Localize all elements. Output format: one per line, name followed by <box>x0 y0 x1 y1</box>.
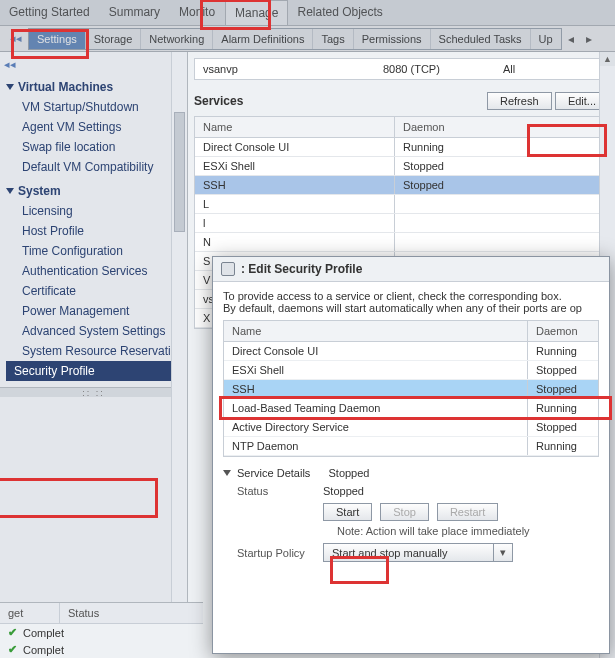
task-row[interactable]: ✔ Complet <box>0 641 203 658</box>
startup-policy-label: Startup Policy <box>223 547 323 559</box>
chevron-down-icon <box>6 188 14 194</box>
scroll-up-icon[interactable]: ▲ <box>600 52 615 66</box>
table-row[interactable]: N <box>195 233 608 252</box>
table-row[interactable]: Load-Based Teaming DaemonRunning <box>224 399 598 418</box>
sidebar-header-virtual-machines[interactable]: Virtual Machines <box>6 77 187 97</box>
tab-getting-started[interactable]: Getting Started <box>0 0 100 25</box>
chevron-down-icon <box>223 470 231 476</box>
table-row[interactable]: ESXi ShellStopped <box>224 361 598 380</box>
top-nav: Getting Started Summary Monito Manage Re… <box>0 0 615 26</box>
dialog-services-table: Name Daemon Direct Console UIRunning ESX… <box>223 320 599 457</box>
sidebar-item-vm-startup[interactable]: VM Startup/Shutdown <box>6 97 187 117</box>
tasks-header: get Status <box>0 603 203 624</box>
dialog-title: : Edit Security Profile <box>241 262 362 276</box>
task-status: Complet <box>23 644 64 656</box>
col-daemon[interactable]: Daemon <box>528 321 598 341</box>
col-target[interactable]: get <box>0 603 60 623</box>
sidebar-header-label: System <box>18 184 61 198</box>
col-name[interactable]: Name <box>224 321 528 341</box>
table-row-ssh[interactable]: SSHStopped <box>195 176 608 195</box>
subtab-scheduled-tasks[interactable]: Scheduled Tasks <box>431 29 531 49</box>
table-row[interactable]: l <box>195 214 608 233</box>
sidebar-scrollbar[interactable] <box>171 52 187 658</box>
port-allowed: All <box>495 59 608 79</box>
sidebar-item-adv-system-settings[interactable]: Advanced System Settings <box>6 321 187 341</box>
sidebar-resize-handle[interactable]: :: :: <box>0 387 187 397</box>
table-row[interactable]: Direct Console UIRunning <box>224 342 598 361</box>
start-button[interactable]: Start <box>323 503 372 521</box>
details-header-label: Service Details <box>237 467 310 479</box>
col-name[interactable]: Name <box>195 117 395 137</box>
dialog-titlebar[interactable]: : Edit Security Profile <box>213 257 609 282</box>
sidebar-item-default-vm-compat[interactable]: Default VM Compatibility <box>6 157 187 177</box>
table-row[interactable]: ESXi ShellStopped <box>195 157 608 176</box>
edit-security-profile-dialog: : Edit Security Profile To provide acces… <box>212 256 610 654</box>
sidebar-item-certificate[interactable]: Certificate <box>6 281 187 301</box>
status-label: Status <box>223 485 323 497</box>
sidebar-item-agent-vm[interactable]: Agent VM Settings <box>6 117 187 137</box>
table-row-ssh[interactable]: SSHStopped <box>224 380 598 399</box>
table-header: Name Daemon <box>224 321 598 342</box>
firewall-port-row: vsanvp 8080 (TCP) All <box>194 58 609 80</box>
sidebar-item-security-profile[interactable]: Security Profile <box>6 361 187 381</box>
sub-nav: ◂◂ Settings Storage Networking Alarm Def… <box>0 26 615 52</box>
table-row[interactable]: Direct Console UIRunning <box>195 138 608 157</box>
subtab-tags[interactable]: Tags <box>313 29 353 49</box>
service-details: Service Details Stopped Status Stopped S… <box>223 467 599 562</box>
services-header: Services Refresh Edit... <box>194 92 609 110</box>
scrollbar-thumb[interactable] <box>174 112 185 232</box>
recent-tasks: get Status ✔ Complet ✔ Complet <box>0 602 203 658</box>
tab-manage[interactable]: Manage <box>225 0 288 25</box>
subtab-permissions[interactable]: Permissions <box>354 29 431 49</box>
check-icon: ✔ <box>8 643 17 656</box>
subnav-forward-icon[interactable]: ▸ <box>580 32 598 46</box>
sidebar-group-system: System Licensing Host Profile Time Confi… <box>0 179 187 383</box>
refresh-button[interactable]: Refresh <box>487 92 552 110</box>
subtab-storage[interactable]: Storage <box>86 29 142 49</box>
task-row[interactable]: ✔ Complet <box>0 624 203 641</box>
port-number: 8080 (TCP) <box>375 59 495 79</box>
subnav-tabstrip: Settings Storage Networking Alarm Defini… <box>28 28 562 50</box>
settings-sidebar: ◂◂ Virtual Machines VM Startup/Shutdown … <box>0 52 188 658</box>
table-row[interactable]: Active Directory ServiceStopped <box>224 418 598 437</box>
subtab-networking[interactable]: Networking <box>141 29 213 49</box>
subtab-overflow[interactable]: Up <box>531 29 561 49</box>
port-service-name: vsanvp <box>195 59 375 79</box>
subnav-overflow-arrow[interactable]: ◂ <box>562 32 580 46</box>
subtab-alarm-definitions[interactable]: Alarm Definitions <box>213 29 313 49</box>
stop-button[interactable]: Stop <box>380 503 429 521</box>
sidebar-item-time-config[interactable]: Time Configuration <box>6 241 187 261</box>
sidebar-item-licensing[interactable]: Licensing <box>6 201 187 221</box>
sidebar-item-host-profile[interactable]: Host Profile <box>6 221 187 241</box>
restart-button[interactable]: Restart <box>437 503 498 521</box>
sidebar-header-label: Virtual Machines <box>18 80 113 94</box>
details-header-value: Stopped <box>328 467 369 479</box>
sidebar-item-power-mgmt[interactable]: Power Management <box>6 301 187 321</box>
chevron-down-icon <box>6 84 14 90</box>
table-row[interactable]: NTP DaemonRunning <box>224 437 598 456</box>
sidebar-back-icon[interactable]: ◂◂ <box>0 58 187 75</box>
dialog-intro-1: To provide access to a service or client… <box>223 290 599 302</box>
col-daemon[interactable]: Daemon <box>395 117 608 137</box>
tab-summary[interactable]: Summary <box>100 0 170 25</box>
subnav-back-icon[interactable]: ◂◂ <box>10 32 28 45</box>
sidebar-group-virtual-machines: Virtual Machines VM Startup/Shutdown Age… <box>0 75 187 179</box>
table-row[interactable]: L <box>195 195 608 214</box>
subtab-settings[interactable]: Settings <box>29 29 86 49</box>
chevron-down-icon: ▾ <box>493 544 512 561</box>
sidebar-item-auth-services[interactable]: Authentication Services <box>6 261 187 281</box>
service-details-header[interactable]: Service Details Stopped <box>223 467 599 479</box>
sidebar-header-system[interactable]: System <box>6 181 187 201</box>
check-icon: ✔ <box>8 626 17 639</box>
startup-policy-select[interactable]: Start and stop manually ▾ <box>323 543 513 562</box>
tab-related-objects[interactable]: Related Objects <box>288 0 392 25</box>
task-status: Complet <box>23 627 64 639</box>
status-value: Stopped <box>323 485 599 497</box>
sidebar-item-sys-resource-res[interactable]: System Resource Reservation <box>6 341 187 361</box>
services-title: Services <box>194 94 243 108</box>
col-status[interactable]: Status <box>60 603 203 623</box>
dialog-intro-2: By default, daemons will start automatic… <box>223 302 599 314</box>
tab-monitor[interactable]: Monito <box>170 0 225 25</box>
sidebar-item-swap-file[interactable]: Swap file location <box>6 137 187 157</box>
select-value: Start and stop manually <box>324 545 493 561</box>
